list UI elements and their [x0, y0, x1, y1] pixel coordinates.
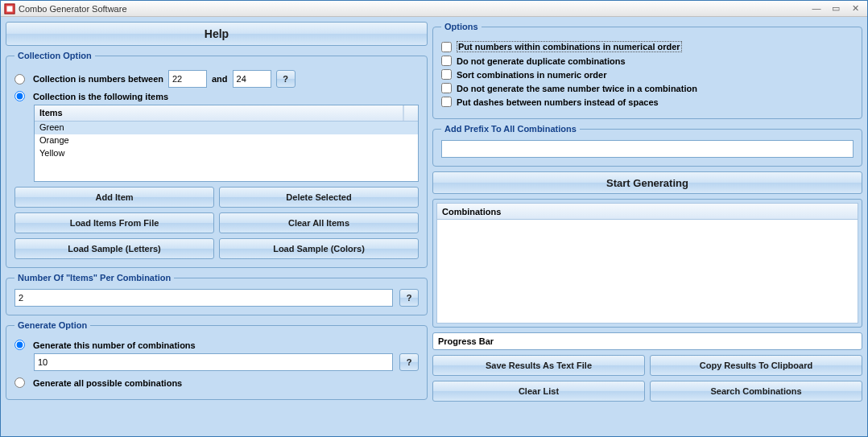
chk-no-duplicates[interactable]	[441, 56, 452, 66]
list-item[interactable]: Yellow	[35, 147, 418, 160]
radio-gen-count[interactable]	[14, 340, 25, 350]
generate-option-group: Generate Option Generate this number of …	[6, 320, 428, 400]
chk-dashes-label: Put dashes between numbers instead of sp…	[457, 97, 659, 107]
chk-numerical-order-label: Put numbers within combinations in numer…	[457, 41, 682, 52]
window-title: Combo Generator Software	[19, 4, 806, 14]
load-from-file-button[interactable]: Load Items From File	[14, 212, 214, 233]
chk-dashes[interactable]	[441, 97, 452, 107]
radio-numbers[interactable]	[14, 74, 25, 85]
numbers-help-button[interactable]: ?	[276, 70, 296, 88]
svg-rect-1	[7, 6, 13, 11]
per-combo-group: Number Of "Items" Per Combination ?	[6, 273, 428, 315]
gen-count-help-button[interactable]: ?	[399, 353, 419, 371]
combinations-header[interactable]: Combinations	[436, 203, 858, 219]
progress-bar: Progress Bar	[432, 332, 862, 350]
combinations-list[interactable]	[436, 219, 858, 324]
clear-list-button[interactable]: Clear List	[432, 381, 645, 402]
save-results-button[interactable]: Save Results As Text File	[432, 355, 645, 376]
per-combo-input[interactable]	[14, 289, 393, 307]
options-group: Options Put numbers within combinations …	[432, 22, 862, 119]
start-generating-button[interactable]: Start Generating	[432, 171, 862, 194]
items-header-label[interactable]: Items	[35, 105, 403, 121]
combinations-panel: Combinations	[432, 199, 862, 328]
app-window: Combo Generator Software — ▭ ✕ Help Coll…	[0, 0, 868, 437]
close-button[interactable]: ✕	[846, 3, 864, 14]
add-item-button[interactable]: Add Item	[14, 187, 214, 208]
load-sample-letters-button[interactable]: Load Sample (Letters)	[14, 238, 214, 259]
chk-no-duplicates-label: Do not generate duplicate combinations	[457, 56, 626, 66]
prefix-legend: Add Prefix To All Combinations	[441, 124, 580, 134]
radio-items-label: Collection is the following items	[33, 92, 168, 101]
chk-sort-numeric[interactable]	[441, 69, 452, 80]
per-combo-legend: Number Of "Items" Per Combination	[14, 273, 174, 282]
maximize-button[interactable]: ▭	[827, 3, 845, 14]
collection-legend: Collection Option	[14, 51, 95, 60]
titlebar: Combo Generator Software — ▭ ✕	[1, 1, 867, 17]
items-header-spacer	[403, 105, 418, 121]
chk-no-same-twice-label: Do not generate the same number twice in…	[457, 84, 697, 93]
and-label: and	[212, 74, 228, 84]
radio-items[interactable]	[14, 91, 25, 101]
gen-count-input[interactable]	[34, 353, 393, 371]
list-item[interactable]: Orange	[35, 134, 418, 147]
chk-numerical-order[interactable]	[441, 42, 452, 52]
delete-selected-button[interactable]: Delete Selected	[219, 187, 419, 208]
prefix-input[interactable]	[441, 140, 854, 158]
load-sample-colors-button[interactable]: Load Sample (Colors)	[219, 238, 419, 259]
generate-legend: Generate Option	[14, 320, 90, 330]
chk-no-same-twice[interactable]	[441, 83, 452, 93]
prefix-group: Add Prefix To All Combinations	[432, 124, 862, 167]
collection-option-group: Collection Option Collection is numbers …	[6, 51, 428, 268]
radio-gen-count-label: Generate this number of combinations	[33, 340, 196, 350]
app-icon	[4, 3, 15, 14]
clear-all-button[interactable]: Clear All Items	[219, 212, 419, 233]
items-header-row: Items	[35, 105, 418, 122]
options-legend: Options	[441, 22, 482, 31]
radio-gen-all[interactable]	[14, 377, 25, 388]
num-to-input[interactable]	[233, 70, 271, 88]
help-button[interactable]: Help	[6, 22, 428, 46]
minimize-button[interactable]: —	[808, 3, 825, 14]
copy-results-button[interactable]: Copy Results To Clipboard	[650, 355, 862, 376]
chk-sort-numeric-label: Sort combinations in numeric order	[457, 70, 606, 80]
client-area: Help Collection Option Collection is num…	[1, 17, 867, 436]
num-from-input[interactable]	[168, 70, 207, 88]
list-item[interactable]: Green	[35, 122, 418, 134]
items-grid[interactable]: Items Green Orange Yellow	[34, 105, 419, 182]
radio-numbers-label: Collection is numbers between	[33, 74, 163, 84]
radio-gen-all-label: Generate all possible combinations	[33, 378, 182, 388]
search-combinations-button[interactable]: Search Combinations	[650, 381, 862, 402]
per-combo-help-button[interactable]: ?	[399, 289, 419, 307]
